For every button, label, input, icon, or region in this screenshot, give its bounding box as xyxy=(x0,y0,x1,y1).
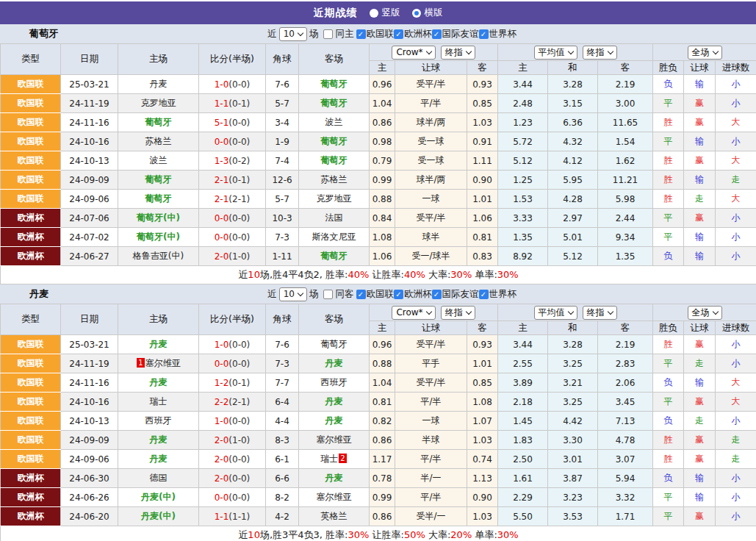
sub-header-outcome: 胜负 xyxy=(653,321,684,335)
avg-draw-odds: 5.12 xyxy=(548,247,598,266)
league-filter[interactable]: ✓世界杯 xyxy=(479,28,517,40)
team-text: 塞尔维亚 xyxy=(145,358,181,368)
league-filter[interactable]: ✓国际友谊 xyxy=(432,288,479,301)
radio-horizontal-option[interactable]: 横版 xyxy=(412,7,443,19)
result-handicap: 赢 xyxy=(684,450,716,469)
same-venue-filter[interactable]: 同主 xyxy=(321,28,354,40)
score: 0-0(0-0) xyxy=(199,132,266,151)
handicap-stage-select[interactable]: 终指 xyxy=(441,306,475,320)
fulltime-select[interactable]: 全场 xyxy=(688,46,722,60)
average-stage-select[interactable]: 终指 xyxy=(583,306,617,320)
checkbox-checked-icon[interactable]: ✓ xyxy=(479,29,489,39)
radio-vertical-icon[interactable] xyxy=(370,9,378,18)
team-text: 西班牙 xyxy=(145,415,172,426)
result-outcome: 负 xyxy=(653,469,684,488)
result-handicap: 输 xyxy=(684,228,716,247)
sub-header-handicap-home: 主 xyxy=(370,321,395,335)
handicap-away-odds: 1.07 xyxy=(467,412,498,431)
handicap-away-odds: 0.85 xyxy=(467,94,498,113)
same-venue-filter[interactable]: 同客 xyxy=(321,288,354,301)
halftime-score: (0-0) xyxy=(228,454,250,465)
league-filter[interactable]: ✓国际友谊 xyxy=(432,28,479,40)
checkbox-unchecked-icon[interactable] xyxy=(323,290,333,299)
halftime-score: (1-0) xyxy=(228,435,250,445)
average-select-value: 平均值 xyxy=(539,307,565,319)
sections-container: 葡萄牙 近 10 场 同主 ✓欧国联✓欧洲杯✓国际友谊✓世界杯 xyxy=(0,24,756,541)
checkbox-checked-icon[interactable]: ✓ xyxy=(356,290,366,299)
checkbox-checked-icon[interactable]: ✓ xyxy=(479,290,489,299)
result-goals: 小 xyxy=(716,247,756,266)
league-filter[interactable]: ✓欧国联 xyxy=(356,288,395,301)
bookmaker-select[interactable]: Crow* xyxy=(392,46,435,60)
checkbox-checked-icon[interactable]: ✓ xyxy=(394,29,403,39)
handicap-line: 平手 xyxy=(395,354,467,373)
match-row: 欧洲杯24-06-26丹麦(中)0-0(0-0)8-2塞尔维亚0.99平/半0.… xyxy=(1,488,756,507)
avg-home-odds: 1.23 xyxy=(498,113,548,132)
near-label: 近 xyxy=(267,288,277,301)
away-team: 法国 xyxy=(299,209,370,228)
league-filter[interactable]: ✓世界杯 xyxy=(479,288,517,301)
league-filter-label: 欧洲杯 xyxy=(404,288,432,301)
team-text: 波兰 xyxy=(325,117,343,127)
home-team: 葡萄牙 xyxy=(118,190,199,209)
handicap-stage-select-value: 终指 xyxy=(445,307,463,319)
section-bar: 丹麦 近 10 场 同客 ✓欧国联✓欧洲杯✓国际友谊✓世界杯 xyxy=(0,284,756,304)
chevron-down-icon xyxy=(298,29,303,35)
score: 1-1(0-1) xyxy=(199,94,266,113)
result-outcome: 负 xyxy=(653,412,684,431)
league-filter[interactable]: ✓欧洲杯 xyxy=(394,28,432,40)
section-bar: 葡萄牙 近 10 场 同主 ✓欧国联✓欧洲杯✓国际友谊✓世界杯 xyxy=(0,24,756,43)
checkbox-checked-icon[interactable]: ✓ xyxy=(394,290,403,299)
average-group-header: 平均值 终指 xyxy=(498,304,653,321)
avg-home-odds: 1.25 xyxy=(498,171,548,190)
team-text: 葡萄牙 xyxy=(321,98,348,108)
result-outcome: 胜 xyxy=(653,431,684,450)
away-team: 苏格兰 xyxy=(299,171,370,190)
handicap-away-odds: 0.93 xyxy=(467,335,498,354)
checkbox-checked-icon[interactable]: ✓ xyxy=(432,290,442,299)
summary-segment: 30% xyxy=(450,269,472,280)
chevron-down-icon xyxy=(712,308,718,314)
average-select[interactable]: 平均值 xyxy=(534,46,577,60)
home-team: 丹麦 xyxy=(118,335,199,354)
radio-vertical-option[interactable]: 竖版 xyxy=(370,7,400,19)
halftime-score: (0-0) xyxy=(228,473,250,484)
average-stage-select[interactable]: 终指 xyxy=(583,46,617,60)
result-goals: 走 xyxy=(716,431,756,450)
checkbox-unchecked-icon[interactable] xyxy=(323,29,333,39)
handicap-stage-select[interactable]: 终指 xyxy=(441,46,475,60)
bookmaker-select[interactable]: Crow* xyxy=(392,306,435,320)
average-select[interactable]: 平均值 xyxy=(534,306,577,320)
result-outcome: 平 xyxy=(653,228,684,247)
corner-score: 6-4 xyxy=(266,393,299,412)
halftime-score: (0-0) xyxy=(228,118,250,128)
home-team: 瑞士 xyxy=(118,393,199,412)
league-filter[interactable]: ✓欧国联 xyxy=(356,28,395,40)
team-text: 葡萄牙 xyxy=(321,155,348,165)
col-header-score: 比分(半场) xyxy=(199,304,266,335)
score: 2-0(1-0) xyxy=(199,247,266,266)
result-goals: 走 xyxy=(716,450,756,469)
handicap-away-odds: 0.90 xyxy=(467,171,498,190)
sub-header-avg-draw: 和 xyxy=(548,61,598,75)
rounds-select[interactable]: 10 xyxy=(279,27,307,41)
checkbox-checked-icon[interactable]: ✓ xyxy=(432,29,442,39)
match-row: 欧国联24-09-09丹麦2-0(1-0)8-3塞尔维亚0.86半球1.031.… xyxy=(1,431,756,450)
result-goals: 小 xyxy=(716,507,756,526)
team-text: 丹麦 xyxy=(325,473,343,483)
checkbox-checked-icon[interactable]: ✓ xyxy=(356,29,366,39)
summary-segment: 近 xyxy=(238,529,248,540)
halftime-score: (0-0) xyxy=(228,359,250,369)
rounds-select[interactable]: 10 xyxy=(279,287,307,301)
result-handicap: 赢 xyxy=(684,393,716,412)
radio-horizontal-icon[interactable] xyxy=(412,9,421,18)
fulltime-select[interactable]: 全场 xyxy=(688,306,722,320)
halftime-score: (0-1) xyxy=(228,98,250,109)
league-filters: ✓欧国联✓欧洲杯✓国际友谊✓世界杯 xyxy=(356,288,517,301)
league-filter[interactable]: ✓欧洲杯 xyxy=(394,288,432,301)
result-handicap: 赢 xyxy=(684,335,716,354)
match-row: 欧国联24-10-13波兰1-3(0-2)7-4葡萄牙0.79受一球1.115.… xyxy=(1,151,756,171)
team-text: 丹麦 xyxy=(325,358,343,368)
avg-draw-odds: 3.01 xyxy=(548,450,598,469)
team-text: 丹麦 xyxy=(325,396,343,406)
